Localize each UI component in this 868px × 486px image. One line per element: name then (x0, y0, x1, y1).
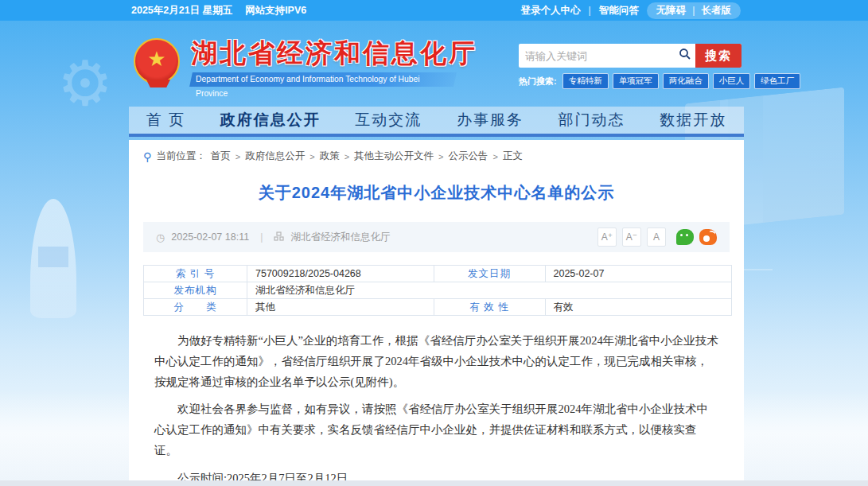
font-reset-button[interactable]: A (647, 227, 666, 247)
issue-date-label: 发文日期 (434, 266, 545, 282)
nav-item-dept-news[interactable]: 部门动态 (559, 110, 625, 130)
breadcrumb-home[interactable]: 首页 (211, 150, 231, 163)
article-meta-strip: ◷ 2025-02-07 18:11 | 湖北省经济和信息化厅 A⁺ A⁻ A (143, 222, 730, 252)
meta-divider: | (255, 231, 267, 243)
breadcrumb-gov-info[interactable]: 政府信息公开 (245, 150, 305, 163)
article-paragraph-1: 为做好专精特新“小巨人”企业的培育工作，根据《省经信厅办公室关于组织开展2024… (154, 330, 718, 392)
gear-decoration-icon: ⚙ (57, 48, 113, 119)
breadcrumb-separator: > (344, 152, 349, 161)
hot-tag-zhuanjingtexin[interactable]: 专精特新 (562, 73, 609, 89)
content-panel: ⚲ 当前位置： 首页 > 政府信息公开 > 政策 > 其他主动公开文件 > 公示… (129, 140, 744, 486)
table-row: 发布机构 湖北省经济和信息化厅 (144, 282, 732, 299)
breadcrumb-label: 当前位置： (156, 150, 206, 163)
nav-item-gov-info[interactable]: 政府信息公开 (220, 110, 321, 130)
emblem-star-icon: ★ (147, 49, 165, 69)
index-number-label: 索 引 号 (144, 266, 247, 282)
hot-search-row: 热门搜索: 专精特新 单项冠军 两化融合 小巨人 绿色工厂 (519, 73, 741, 89)
nav-item-home[interactable]: 首 页 (146, 110, 185, 130)
breadcrumb-policy[interactable]: 政策 (320, 150, 340, 163)
current-date: 2025年2月21日 星期五 (131, 4, 232, 17)
footer-strip (0, 480, 868, 486)
ipv6-badge: 网站支持IPV6 (245, 4, 306, 17)
hot-tag-lianghuaronghe[interactable]: 两化融合 (663, 73, 709, 89)
issuer-label: 发布机构 (144, 282, 247, 299)
location-pin-icon: ⚲ (143, 150, 151, 163)
search-box: 搜索 (519, 44, 741, 68)
search-area: 搜索 热门搜索: 专精特新 单项冠军 两化融合 小巨人 绿色工厂 (519, 44, 741, 89)
hot-tag-xiaojuren[interactable]: 小巨人 (713, 73, 751, 89)
login-personal-center-link[interactable]: 登录个人中心 (521, 4, 581, 17)
publish-source: 湖北省经济和信息化厅 (290, 231, 390, 244)
site-subtitle-ribbon: Department of Economy and Information Te… (189, 72, 457, 87)
organization-icon (274, 231, 284, 243)
page: { "topbar": { "date": "2025年2月21日 星期五", … (0, 0, 868, 486)
site-title: 湖北省经济和信息化厅 (191, 38, 477, 68)
topbar: 2025年2月21日 星期五 网站支持IPV6 登录个人中心 | 智能问答 无障… (0, 0, 868, 21)
index-number-value: 757009218/2025-04268 (247, 266, 434, 282)
national-emblem-icon: ★ (134, 38, 180, 84)
breadcrumb-announcements[interactable]: 公示公告 (449, 150, 488, 163)
site-title-block: 湖北省经济和信息化厅 Department of Economy and Inf… (191, 38, 477, 87)
wechat-share-icon[interactable] (676, 229, 694, 245)
category-value: 其他 (247, 299, 434, 316)
topbar-separator: | (589, 5, 591, 16)
validity-value: 有效 (545, 299, 732, 316)
rocket-decoration (30, 199, 76, 318)
hot-tag-danxiangguanjun[interactable]: 单项冠军 (613, 73, 659, 89)
table-row: 分 类 其他 有 效 性 有效 (144, 299, 732, 316)
breadcrumb-current: 正文 (503, 150, 523, 163)
nav-item-services[interactable]: 办事服务 (457, 110, 524, 130)
search-input[interactable] (519, 50, 675, 62)
smart-qa-link[interactable]: 智能问答 (599, 4, 639, 17)
breadcrumb-other-docs[interactable]: 其他主动公开文件 (354, 150, 434, 163)
issue-date-value: 2025-02-07 (545, 266, 732, 282)
elder-version-link[interactable]: 长者版 (702, 4, 732, 17)
breadcrumb: ⚲ 当前位置： 首页 > 政府信息公开 > 政策 > 其他主动公开文件 > 公示… (143, 150, 730, 163)
search-button[interactable]: 搜索 (695, 44, 741, 68)
publish-datetime: 2025-02-07 18:11 (171, 231, 249, 243)
main-nav: 首 页 政府信息公开 互动交流 办事服务 部门动态 数据开放 (129, 107, 744, 137)
topbar-right: 登录个人中心 | 智能问答 无障碍 | 长者版 (521, 2, 741, 19)
search-magnifier-icon[interactable] (675, 48, 695, 64)
accessibility-pill: 无障碍 | 长者版 (647, 2, 741, 19)
nav-item-open-data[interactable]: 数据开放 (660, 110, 726, 130)
weibo-share-icon[interactable] (699, 229, 717, 245)
emblem-ribbon (146, 80, 170, 87)
site-logo-group: ★ 湖北省经济和信息化厅 Department of Economy and I… (134, 38, 477, 87)
font-increase-button[interactable]: A⁺ (597, 227, 617, 247)
clock-icon: ◷ (156, 231, 165, 243)
breadcrumb-separator: > (493, 152, 498, 161)
category-label: 分 类 (144, 299, 247, 316)
accessibility-link[interactable]: 无障碍 (656, 4, 687, 17)
topbar-left: 2025年2月21日 星期五 网站支持IPV6 (131, 4, 306, 17)
breadcrumb-separator: > (309, 152, 314, 161)
hot-search-label: 热门搜索: (519, 76, 557, 87)
nav-item-interaction[interactable]: 互动交流 (355, 110, 422, 130)
breadcrumb-separator: > (235, 152, 240, 161)
article-title: 关于2024年湖北省中小企业技术中心名单的公示 (143, 182, 730, 204)
document-info-table: 索 引 号 757009218/2025-04268 发文日期 2025-02-… (143, 265, 732, 316)
article-body: 为做好专精特新“小巨人”企业的培育工作，根据《省经信厅办公室关于组织开展2024… (143, 330, 730, 486)
article-meta-right: A⁺ A⁻ A (597, 227, 717, 247)
validity-label: 有 效 性 (434, 299, 545, 316)
font-decrease-button[interactable]: A⁻ (622, 227, 641, 247)
issuer-value: 湖北省经济和信息化厅 (247, 282, 732, 299)
article-meta-left: ◷ 2025-02-07 18:11 | 湖北省经济和信息化厅 (156, 231, 390, 244)
hot-tag-lvsegongchang[interactable]: 绿色工厂 (754, 73, 800, 89)
pill-separator: | (692, 5, 695, 16)
breadcrumb-separator: > (438, 152, 443, 161)
site-subtitle-en: Department of Economy and Information Te… (196, 72, 453, 101)
table-row: 索 引 号 757009218/2025-04268 发文日期 2025-02-… (144, 266, 732, 282)
article-paragraph-2: 欢迎社会各界参与监督，如有异议，请按照《省经信厅办公室关于组织开展2024年湖北… (154, 399, 718, 461)
